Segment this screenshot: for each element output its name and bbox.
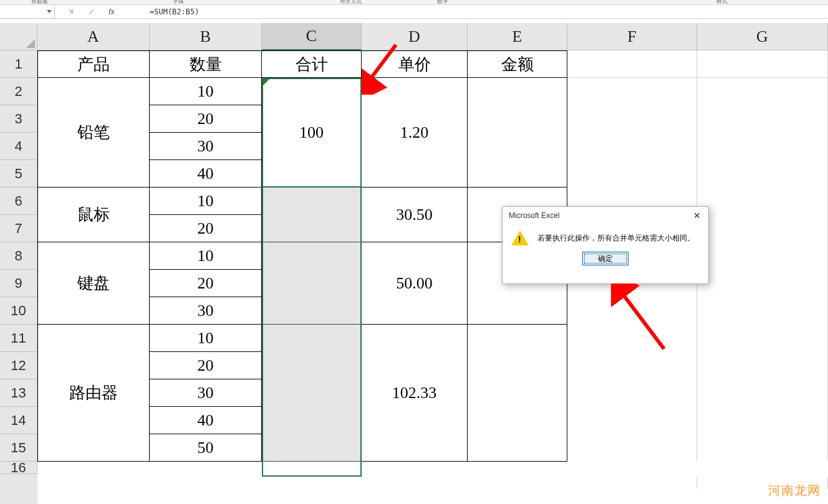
formula-bar: ✕ ✓ fx =SUM(B2:B5) — [0, 5, 828, 19]
name-box[interactable] — [0, 5, 55, 19]
cell-b3[interactable]: 20 — [150, 105, 262, 133]
cell-b13[interactable]: 30 — [150, 379, 262, 407]
row-header-15[interactable]: 15 — [0, 434, 37, 462]
cell-a8-10[interactable]: 键盘 — [37, 242, 150, 325]
cell-b5[interactable]: 40 — [150, 160, 262, 188]
message-dialog: Microsoft Excel ✕ 若要执行此操作，所有合并单元格需大小相同。 … — [502, 206, 709, 284]
col-header-c[interactable]: C — [262, 23, 362, 50]
cell-b8[interactable]: 10 — [150, 242, 262, 270]
dialog-title: Microsoft Excel — [509, 211, 559, 220]
row-header-16[interactable]: 16 — [0, 462, 37, 474]
ribbon-group-font: 字体 — [173, 0, 184, 6]
row-header-3[interactable]: 3 — [0, 105, 37, 133]
cell-b6[interactable]: 10 — [150, 188, 262, 215]
row-header-5[interactable]: 5 — [0, 160, 37, 188]
cell-b4[interactable]: 30 — [150, 133, 262, 160]
row-header-column: 1 2 3 4 5 6 7 8 9 10 11 12 13 14 15 16 — [0, 23, 37, 504]
dialog-message: 若要执行此操作，所有合并单元格需大小相同。 — [537, 233, 695, 244]
row-header-2[interactable]: 2 — [0, 78, 37, 105]
cell-c11-15[interactable] — [262, 325, 362, 462]
col-header-e[interactable]: E — [468, 23, 567, 50]
ok-button[interactable]: 确定 — [582, 252, 628, 265]
cell-b11[interactable]: 10 — [150, 325, 262, 352]
dialog-titlebar: Microsoft Excel ✕ — [503, 207, 708, 224]
cell-d11-15[interactable]: 102.33 — [362, 325, 468, 462]
cell-b9[interactable]: 20 — [150, 270, 262, 297]
cell-a2-5[interactable]: 铅笔 — [37, 78, 150, 188]
row-header-9[interactable]: 9 — [0, 270, 37, 297]
cell-b1[interactable]: 数量 — [150, 50, 262, 78]
dialog-buttons: 确定 — [503, 252, 708, 272]
col-header-f[interactable]: F — [567, 23, 697, 50]
select-all-corner[interactable] — [0, 23, 37, 50]
row-header-1[interactable]: 1 — [0, 50, 37, 78]
ribbon-group-alignment: 对齐方式 — [340, 0, 362, 6]
watermark: 河南龙网 — [768, 482, 821, 499]
row-header-10[interactable]: 10 — [0, 297, 37, 325]
cell-a11-15[interactable]: 路由器 — [37, 325, 150, 462]
warning-icon — [511, 231, 529, 245]
cell-d6-7[interactable]: 30.50 — [362, 188, 468, 242]
cell-b15[interactable]: 50 — [150, 434, 262, 462]
cell-d2-5[interactable]: 1.20 — [362, 78, 468, 188]
formula-input[interactable]: =SUM(B2:B5) — [143, 7, 828, 16]
cell-d8-10[interactable]: 50.00 — [362, 242, 468, 325]
close-icon[interactable]: ✕ — [691, 211, 703, 221]
cell-e11-15[interactable] — [468, 325, 567, 462]
cell-f1[interactable] — [567, 50, 697, 78]
cell-b7[interactable]: 20 — [150, 215, 262, 242]
cell-g1[interactable] — [697, 50, 828, 78]
row-header-6[interactable]: 6 — [0, 188, 37, 215]
grid-area: A B C D E F G 产品 数量 合计 单价 金额 铅笔 10 20 30… — [37, 23, 828, 504]
cell-a6-7[interactable]: 鼠标 — [37, 188, 150, 242]
col-header-b[interactable]: B — [150, 23, 262, 50]
col-header-d[interactable]: D — [362, 23, 468, 50]
ribbon-group-styles: 样式 — [716, 0, 728, 6]
row-header-11[interactable]: 11 — [0, 325, 37, 352]
cell-b14[interactable]: 40 — [150, 407, 262, 434]
cell-c1[interactable]: 合计 — [262, 50, 362, 78]
row-header-7[interactable]: 7 — [0, 215, 37, 242]
row-header-13[interactable]: 13 — [0, 379, 37, 407]
cells-g[interactable] — [697, 78, 828, 489]
fx-icon[interactable]: fx — [107, 7, 116, 16]
col-header-a[interactable]: A — [37, 23, 150, 50]
cell-a1[interactable]: 产品 — [37, 50, 150, 78]
col-header-g[interactable]: G — [697, 23, 828, 50]
cell-d1[interactable]: 单价 — [362, 50, 468, 78]
enter-icon[interactable]: ✓ — [87, 7, 96, 16]
cell-c6-7[interactable] — [262, 188, 362, 242]
cell-b2[interactable]: 10 — [150, 78, 262, 105]
ribbon-group-number: 数字 — [437, 0, 448, 6]
cancel-icon[interactable]: ✕ — [67, 7, 76, 16]
ribbon-fragment: 剪贴板 字体 对齐方式 数字 样式 — [0, 0, 828, 5]
formula-bar-buttons: ✕ ✓ fx — [55, 7, 143, 16]
cell-c8-10[interactable] — [262, 242, 362, 325]
cell-e1[interactable]: 金额 — [468, 50, 567, 78]
cell-c2-5[interactable]: 100 — [262, 78, 362, 188]
cell-e2-5[interactable] — [468, 78, 567, 188]
row-16[interactable] — [37, 462, 828, 477]
dialog-body: 若要执行此操作，所有合并单元格需大小相同。 — [503, 224, 708, 252]
row-header-8[interactable]: 8 — [0, 242, 37, 270]
cell-b10[interactable]: 30 — [150, 297, 262, 325]
row-header-4[interactable]: 4 — [0, 133, 37, 160]
cell-b12[interactable]: 20 — [150, 352, 262, 379]
row-header-14[interactable]: 14 — [0, 407, 37, 434]
row-header-12[interactable]: 12 — [0, 352, 37, 379]
column-headers: A B C D E F G — [37, 23, 828, 50]
